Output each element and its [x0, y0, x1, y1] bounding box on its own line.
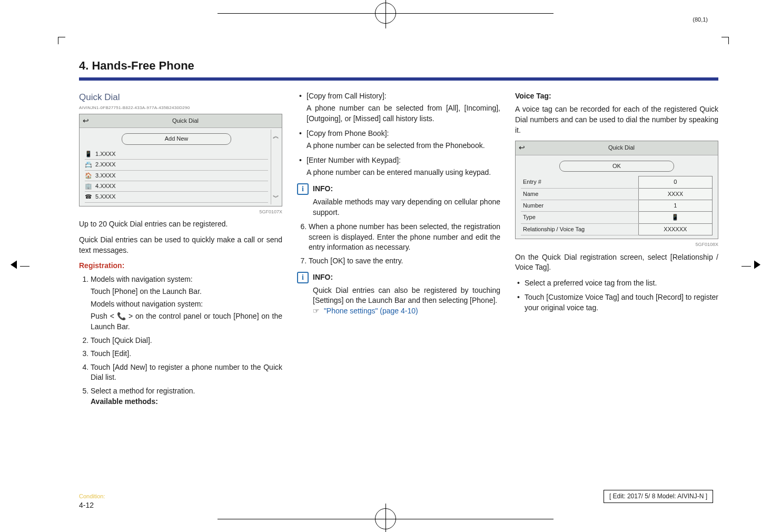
field-value: 1 [657, 202, 694, 210]
method-body: A phone number can be selected from [All… [307, 103, 500, 124]
info-label: INFO: [313, 272, 333, 283]
table-row: Number1 [521, 200, 713, 211]
steps-list: Models with navigation system: Touch [Ph… [79, 274, 282, 407]
method-item: [Copy from Call History]: A phone number… [307, 91, 500, 124]
figure-quick-dial-detail: ↩ Quick Dial OK Entry #0 NameXXXX Number… [515, 141, 718, 239]
figure-caption: 5GF0108X [515, 241, 718, 248]
figure-caption: 5GF0107X [79, 209, 282, 215]
condition-label: Condition: [79, 492, 105, 500]
phone-button-icon: 📞 [117, 312, 126, 320]
paragraph: Quick Dial entries can be used to quickl… [79, 235, 282, 255]
edit-info-box: [ Edit: 2017/ 5/ 8 Model: AIVINJ-N ] [604, 490, 713, 503]
method-body: A phone number can be entered manually u… [307, 168, 500, 178]
list-item: 📱1.XXXX [85, 149, 268, 160]
field-value: 📱 [657, 213, 694, 221]
list-item: 📇2.XXXX [85, 160, 268, 170]
section-heading: Quick Dial [79, 91, 282, 104]
paragraph: On the Quick Dial registration screen, s… [515, 252, 718, 273]
side-arrow-left: — [11, 259, 29, 272]
field-label: Name [521, 188, 638, 200]
methods-list: [Copy from Call History]: A phone number… [297, 91, 500, 178]
info-icon: i [297, 272, 309, 283]
add-new-button: Add New [122, 133, 232, 144]
field-label: Number [521, 200, 638, 211]
crop-mark-top [375, 3, 396, 24]
corner-mark [58, 37, 65, 44]
table-row: Entry #0 [521, 176, 713, 188]
method-body: A phone number can be selected from the … [307, 141, 500, 151]
steps-list-cont: When a phone number has been selected, t… [297, 222, 500, 266]
step-text: Models without navigation system: [91, 299, 282, 310]
step-5: Select a method for registration. Availa… [91, 386, 282, 407]
field-label: Type [521, 212, 638, 223]
back-icon: ↩ [519, 143, 525, 153]
field-value: XXXX [657, 190, 694, 198]
list-item-label: 3.XXXX [95, 172, 116, 180]
info-text: Quick Dial entries can also be registere… [313, 285, 500, 317]
ok-button: OK [559, 161, 674, 172]
scroll-indicator: ︽ ︾ [271, 130, 280, 204]
info-box: i INFO: [297, 272, 500, 283]
available-methods-label: Available methods: [91, 397, 282, 407]
page-marker: (80,1) [693, 16, 708, 24]
mobile-icon: 📱 [85, 150, 92, 158]
page-number: 4-12 [79, 500, 94, 511]
step-text: Models with navigation system: [91, 274, 282, 285]
step-6: When a phone number has been selected, t… [309, 222, 500, 253]
paragraph: A voice tag can be recorded for each of … [515, 104, 718, 135]
field-label: Relationship / Voice Tag [521, 223, 638, 235]
info-icon: i [297, 183, 309, 195]
office-icon: 🏢 [85, 182, 92, 190]
field-value: 0 [657, 178, 694, 186]
voice-tag-bullets: Select a preferred voice tag from the li… [515, 278, 718, 313]
card-icon: 📇 [85, 161, 92, 169]
method-item: [Copy from Phone Book]: A phone number c… [307, 129, 500, 151]
cross-reference-link: "Phone settings" (page 4-10) [324, 307, 418, 315]
column-1: Quick Dial AIVINJN1-0FB27751-B822-433A-9… [79, 91, 282, 410]
side-arrow-right: — [742, 259, 760, 272]
method-item: [Enter Number with Keypad]: A phone numb… [307, 155, 500, 178]
step-4: Touch [Add New] to register a phone numb… [91, 362, 282, 383]
list-item-label: 2.XXXX [95, 161, 116, 169]
back-icon: ↩ [83, 116, 89, 126]
list-item: ☎5.XXXX [85, 192, 268, 202]
chapter-title: 4. Hands-Free Phone [79, 58, 718, 74]
list-item-label: 4.XXXX [95, 182, 116, 190]
pointer-icon: ☞ [313, 307, 320, 315]
list-item: Touch [Customize Voice Tag] and touch [R… [525, 292, 718, 313]
detail-table: Entry #0 NameXXXX Number1 Type📱 Relation… [521, 176, 713, 235]
table-row: NameXXXX [521, 188, 713, 200]
corner-mark [721, 37, 729, 44]
field-value: XXXXXX [657, 225, 694, 233]
figure-title: Quick Dial [92, 117, 279, 125]
list-item-label: 1.XXXX [95, 150, 116, 158]
voice-tag-heading: Voice Tag: [515, 91, 718, 102]
figure-quick-dial-list: ↩ Quick Dial Add New 📱1.XXXX 📇2.XXXX 🏠3.… [79, 114, 282, 206]
method-title: [Enter Number with Keypad]: [307, 155, 500, 166]
info-box: i INFO: [297, 183, 500, 195]
home-icon: 🏠 [85, 172, 92, 180]
list-item: 🏢4.XXXX [85, 181, 268, 192]
method-title: [Copy from Phone Book]: [307, 129, 500, 139]
step-1: Models with navigation system: Touch [Ph… [91, 274, 282, 332]
column-3: Voice Tag: A voice tag can be recorded f… [515, 91, 718, 410]
table-row: Relationship / Voice TagXXXXXX [521, 223, 713, 235]
registration-heading: Registration: [79, 261, 282, 271]
list-item: Select a preferred voice tag from the li… [525, 278, 718, 289]
chevron-down-icon: ︾ [273, 193, 279, 202]
info-label: INFO: [313, 184, 333, 194]
column-2: [Copy from Call History]: A phone number… [297, 91, 500, 410]
table-row: Type📱 [521, 212, 713, 223]
step-text: Push < 📞 > on the control panel or touch… [91, 311, 282, 332]
step-3: Touch [Edit]. [91, 349, 282, 359]
step-text: Touch [Phone] on the Launch Bar. [91, 287, 282, 297]
document-code: AIVINJN1-0FB27751-B822-433A-977A-435B243… [79, 105, 282, 111]
phone-icon: ☎ [85, 193, 92, 201]
method-title: [Copy from Call History]: [307, 91, 500, 102]
step-7: Touch [OK] to save the entry. [309, 256, 500, 267]
crop-mark-bottom [375, 508, 396, 529]
field-label: Entry # [521, 176, 638, 188]
list-item: 🏠3.XXXX [85, 171, 268, 181]
list-item-label: 5.XXXX [95, 193, 116, 201]
paragraph: Up to 20 Quick Dial entries can be regis… [79, 219, 282, 230]
